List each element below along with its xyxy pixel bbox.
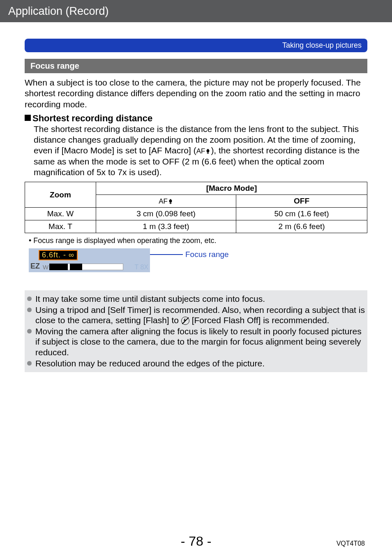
table-row: Max. T 1 m (3.3 feet) 2 m (6.6 feet)	[25, 220, 367, 233]
note-item: It may take some time until distant subj…	[27, 294, 365, 304]
ez-label: EZ	[30, 262, 40, 271]
table-row: Max. W 3 cm (0.098 feet) 50 cm (1.6 feet…	[25, 208, 367, 220]
table-cell-afmacro: 3 cm (0.098 feet)	[96, 208, 236, 220]
table-cell-zoom: Max. T	[25, 220, 96, 233]
note-item: Using a tripod and [Self Timer] is recom…	[27, 305, 365, 326]
chapter-banner: Taking close-up pictures	[25, 39, 367, 52]
table-header-af-macro: AF	[96, 195, 236, 208]
table-cell-afmacro: 1 m (3.3 feet)	[96, 220, 236, 233]
zoom-indicator-diagram: 6.6ft. - ∞ EZ W T 8X	[29, 248, 150, 272]
table-header-zoom: Zoom	[25, 182, 96, 208]
section-heading: Focus range	[25, 59, 367, 73]
table-cell-off: 50 cm (1.6 feet)	[236, 208, 367, 220]
focus-range-graphic: 6.6ft. - ∞ EZ W T 8X Focus range	[29, 248, 367, 272]
focus-range-caption: Focus range	[185, 250, 229, 259]
wide-label: W	[43, 264, 48, 271]
page-number: - 78 -	[0, 534, 392, 549]
note-item: Resolution may be reduced around the edg…	[27, 358, 365, 369]
bullet-dot-icon	[27, 308, 32, 312]
document-code: VQT4T08	[337, 540, 365, 547]
bullet-dot-icon	[27, 329, 32, 333]
square-bullet-icon	[25, 115, 31, 121]
table-cell-zoom: Max. W	[25, 208, 96, 220]
tele-label: T 8X	[135, 264, 149, 271]
subsection-heading: Shortest recording distance	[25, 113, 367, 124]
focus-range-table: Zoom [Macro Mode] AF OFF Max. W 3 cm (0.…	[25, 182, 367, 233]
flash-off-icon	[181, 317, 189, 325]
section-header-bar: Application (Record)	[0, 0, 392, 22]
note-item: Moving the camera after aligning the foc…	[27, 326, 365, 358]
af-macro-icon: AF	[196, 147, 211, 155]
zoom-bar-fill	[49, 264, 68, 270]
zoom-bar-segment	[70, 264, 82, 270]
table-header-macro: [Macro Mode]	[96, 182, 367, 195]
bullet-dot-icon	[27, 361, 32, 366]
callout-line	[150, 254, 183, 255]
subsection-text: The shortest recording distance is the d…	[34, 124, 367, 178]
bullet-dot-icon	[27, 296, 32, 301]
table-header-off: OFF	[236, 195, 367, 208]
focus-range-overlay: 6.6ft. - ∞	[39, 250, 78, 260]
notes-box: It may take some time until distant subj…	[25, 290, 367, 372]
table-cell-off: 2 m (6.6 feet)	[236, 220, 367, 233]
section-title: Application (Record)	[8, 5, 109, 18]
page-body: Taking close-up pictures Focus range Whe…	[0, 22, 392, 372]
intro-paragraph: When a subject is too close to the camer…	[25, 77, 367, 110]
bullet-note: • Focus range is displayed when operatin…	[29, 236, 367, 245]
subsection-title: Shortest recording distance	[32, 113, 152, 123]
